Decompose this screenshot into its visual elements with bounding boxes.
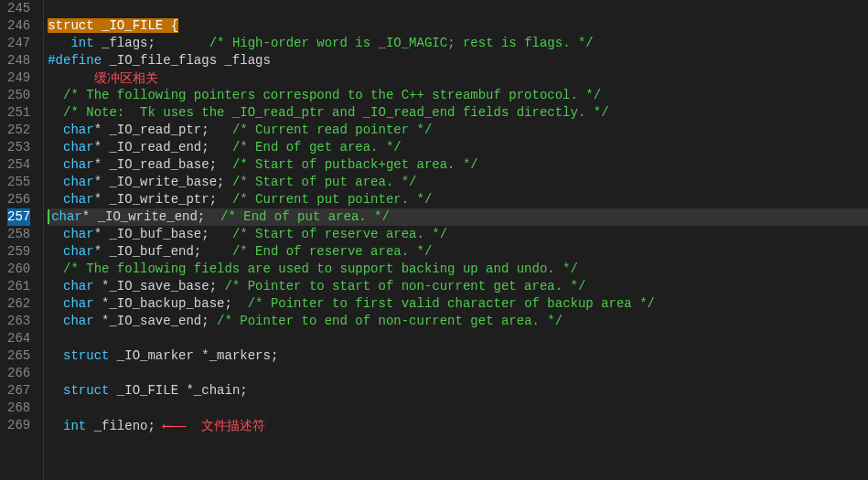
line-number: 247 bbox=[7, 35, 30, 52]
line-number: 262 bbox=[7, 295, 30, 313]
line-number: 252 bbox=[7, 122, 30, 139]
line-number: 259 bbox=[7, 243, 30, 261]
annotation-fileno: 文件描述符 bbox=[201, 418, 265, 432]
line-number: 251 bbox=[7, 104, 30, 122]
line-number: 265 bbox=[7, 347, 30, 365]
code-editor: 245 246 247 248 249 250 251 252 253 254 … bbox=[0, 0, 868, 480]
code-line[interactable]: int _flags; /* High-order word is _IO_MA… bbox=[48, 35, 868, 52]
line-number: 248 bbox=[7, 52, 30, 69]
line-number: 245 bbox=[7, 0, 30, 17]
arrow-icon: ⟵—— bbox=[155, 419, 201, 433]
line-number: 267 bbox=[7, 382, 30, 400]
line-number: 246 bbox=[7, 17, 30, 35]
code-line[interactable]: char* _IO_read_ptr; /* Current read poin… bbox=[48, 122, 868, 139]
code-line[interactable]: 缓冲区相关 bbox=[48, 69, 868, 87]
code-line[interactable]: char* _IO_write_ptr; /* Current put poin… bbox=[48, 191, 868, 208]
line-number: 258 bbox=[7, 226, 30, 243]
cursor-icon bbox=[48, 209, 49, 224]
code-line[interactable]: struct _IO_FILE *_chain; bbox=[48, 382, 868, 400]
code-line[interactable] bbox=[48, 400, 868, 417]
line-number-current: 257 bbox=[7, 208, 30, 226]
code-line[interactable]: /* The following fields are used to supp… bbox=[48, 261, 868, 278]
code-line[interactable]: char* _IO_buf_end; /* End of reserve are… bbox=[48, 243, 868, 261]
line-number: 268 bbox=[7, 400, 30, 417]
code-line[interactable]: char* _IO_write_base; /* Start of put ar… bbox=[48, 174, 868, 191]
line-number: 253 bbox=[7, 139, 30, 156]
code-line[interactable]: struct _IO_marker *_markers; bbox=[48, 347, 868, 365]
code-line[interactable]: /* The following pointers correspond to … bbox=[48, 87, 868, 104]
code-line[interactable]: struct _IO_FILE { bbox=[48, 17, 868, 35]
line-number: 249 bbox=[7, 69, 30, 87]
line-number: 263 bbox=[7, 313, 30, 330]
line-number: 266 bbox=[7, 365, 30, 382]
line-number: 254 bbox=[7, 156, 30, 174]
line-number: 256 bbox=[7, 191, 30, 208]
code-line[interactable] bbox=[48, 365, 868, 382]
code-line[interactable] bbox=[48, 330, 868, 347]
code-line[interactable]: char* _IO_buf_base; /* Start of reserve … bbox=[48, 226, 868, 243]
line-number: 250 bbox=[7, 87, 30, 104]
annotation-buffer: 缓冲区相关 bbox=[94, 70, 158, 85]
code-line[interactable]: char* _IO_read_base; /* Start of putback… bbox=[48, 156, 868, 174]
code-line-current[interactable]: char* _IO_write_end; /* End of put area.… bbox=[48, 208, 868, 226]
code-area[interactable]: struct _IO_FILE { int _flags; /* High-or… bbox=[44, 0, 868, 480]
code-line[interactable]: char *_IO_backup_base; /* Pointer to fir… bbox=[48, 295, 868, 313]
code-line[interactable]: char *_IO_save_end; /* Pointer to end of… bbox=[48, 313, 868, 330]
line-number: 261 bbox=[7, 278, 30, 295]
line-number: 260 bbox=[7, 261, 30, 278]
code-line[interactable]: #define _IO_file_flags _flags bbox=[48, 52, 868, 69]
struct-decl-highlight: struct _IO_FILE { bbox=[48, 18, 178, 33]
code-line[interactable]: char* _IO_read_end; /* End of get area. … bbox=[48, 139, 868, 156]
code-line[interactable] bbox=[48, 0, 868, 17]
code-line[interactable]: /* Note: Tk uses the _IO_read_ptr and _I… bbox=[48, 104, 868, 122]
code-line[interactable]: int _fileno; ⟵—— 文件描述符 bbox=[48, 417, 868, 434]
code-line[interactable]: char *_IO_save_base; /* Pointer to start… bbox=[48, 278, 868, 295]
line-number: 255 bbox=[7, 174, 30, 191]
line-number-gutter: 245 246 247 248 249 250 251 252 253 254 … bbox=[0, 0, 44, 480]
line-number: 264 bbox=[7, 330, 30, 347]
line-number: 269 bbox=[7, 417, 30, 434]
